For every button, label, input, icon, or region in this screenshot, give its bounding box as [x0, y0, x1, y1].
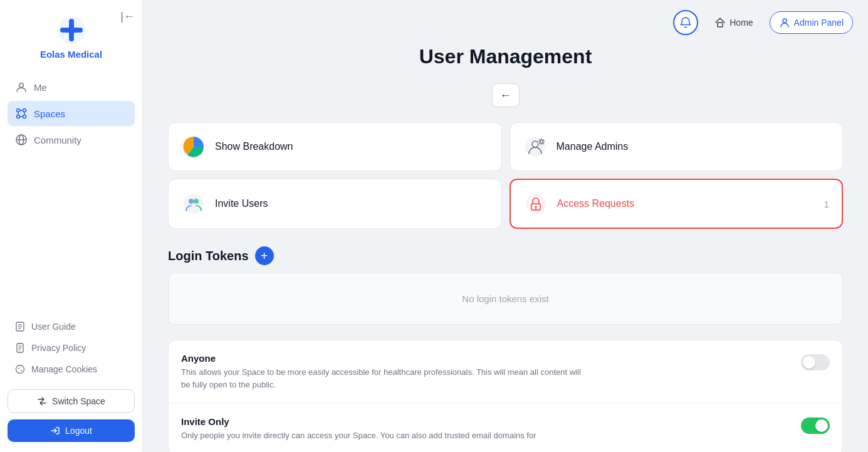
- home-label: Home: [729, 18, 753, 28]
- access-requests-label: Access Requests: [557, 198, 635, 209]
- cookie-icon: [15, 364, 25, 374]
- login-tokens-title: Login Tokens: [168, 249, 249, 263]
- show-breakdown-label: Show Breakdown: [215, 141, 293, 152]
- login-tokens-empty-state: No login tokens exist: [168, 273, 843, 325]
- user-guide-label: User Guide: [31, 322, 76, 332]
- manage-cookies-link[interactable]: Manage Cookies: [8, 359, 135, 379]
- show-breakdown-icon: [181, 134, 206, 159]
- settings-invite-only-text: Invite Only Only people you invite direc…: [181, 416, 536, 442]
- settings-anyone-item: Anyone This allows your Space to be more…: [169, 340, 842, 404]
- manage-admins-label: Manage Admins: [557, 141, 629, 152]
- sidebar-item-spaces-label: Spaces: [34, 108, 65, 119]
- settings-anyone-toggle[interactable]: [801, 354, 830, 371]
- book-icon: [15, 322, 25, 332]
- access-requests-icon: [523, 191, 548, 216]
- invite-users-label: Invite Users: [215, 198, 268, 209]
- svg-point-11: [23, 115, 26, 118]
- main-content: Home Admin Panel User Management ←: [143, 0, 868, 452]
- svg-point-27: [16, 365, 24, 374]
- spaces-icon: [15, 107, 28, 120]
- svg-point-9: [23, 109, 26, 112]
- admin-panel-button[interactable]: Admin Panel: [770, 11, 853, 34]
- svg-point-39: [184, 194, 204, 214]
- sidebar: |← Eolas Medical Me: [0, 0, 143, 452]
- invite-users-icon: [181, 191, 206, 216]
- svg-rect-32: [718, 23, 723, 27]
- logout-icon: [50, 426, 60, 436]
- bell-icon: [679, 16, 692, 29]
- svg-point-4: [69, 36, 74, 41]
- switch-space-label: Switch Space: [52, 396, 105, 406]
- manage-cookies-label: Manage Cookies: [31, 364, 97, 374]
- back-button[interactable]: ←: [492, 83, 520, 107]
- svg-point-7: [19, 83, 24, 88]
- svg-point-33: [783, 19, 787, 23]
- sidebar-item-me[interactable]: Me: [8, 75, 135, 100]
- sidebar-bottom: User Guide Privacy Policy Manage: [8, 317, 135, 442]
- manage-admins-icon: [523, 134, 548, 159]
- svg-point-8: [17, 109, 20, 112]
- privacy-policy-label: Privacy Policy: [31, 343, 86, 353]
- svg-point-6: [78, 28, 83, 33]
- sidebar-item-community-label: Community: [34, 135, 81, 145]
- bottom-links: User Guide Privacy Policy Manage: [8, 317, 135, 379]
- user-guide-link[interactable]: User Guide: [8, 317, 135, 337]
- invite-users-card[interactable]: Invite Users: [168, 179, 502, 229]
- svg-rect-2: [63, 28, 80, 33]
- user-icon: [15, 81, 28, 93]
- logout-button[interactable]: Logout: [8, 419, 135, 442]
- settings-invite-only-item: Invite Only Only people you invite direc…: [169, 404, 842, 452]
- settings-section: Anyone This allows your Space to be more…: [168, 340, 843, 452]
- settings-invite-only-toggle[interactable]: [801, 418, 830, 434]
- admin-icon: [779, 17, 790, 28]
- collapse-sidebar-button[interactable]: |←: [120, 10, 135, 23]
- home-icon: [714, 17, 726, 28]
- logout-label: Logout: [65, 426, 92, 436]
- action-cards-grid: Show Breakdown Manage Admins: [168, 122, 843, 229]
- brand-logo-icon: [56, 15, 86, 45]
- back-icon: ←: [500, 89, 511, 102]
- notifications-button[interactable]: [673, 10, 698, 35]
- switch-space-button[interactable]: Switch Space: [8, 389, 135, 413]
- settings-invite-only-description: Only people you invite directly can acce…: [181, 429, 536, 442]
- privacy-policy-link[interactable]: Privacy Policy: [8, 338, 135, 358]
- svg-point-29: [21, 370, 22, 371]
- settings-anyone-description: This allows your Space to be more easily…: [181, 366, 582, 391]
- svg-point-41: [194, 199, 199, 204]
- login-tokens-empty-message: No login tokens exist: [462, 293, 548, 304]
- switch-icon: [37, 396, 47, 406]
- add-login-token-button[interactable]: +: [255, 246, 274, 265]
- manage-admins-card[interactable]: Manage Admins: [510, 122, 844, 171]
- sidebar-nav: Me Spaces Community: [8, 75, 135, 317]
- show-breakdown-card[interactable]: Show Breakdown: [168, 122, 502, 171]
- topbar: Home Admin Panel: [143, 0, 868, 45]
- brand-name: Eolas Medical: [40, 49, 102, 60]
- sidebar-item-spaces[interactable]: Spaces: [8, 101, 135, 126]
- logo-area: Eolas Medical: [8, 15, 135, 60]
- add-icon: +: [261, 250, 268, 262]
- home-button[interactable]: Home: [706, 12, 761, 33]
- svg-point-10: [17, 115, 20, 118]
- sidebar-item-me-label: Me: [34, 82, 47, 93]
- svg-point-40: [189, 199, 194, 204]
- collapse-icon: |←: [120, 10, 135, 23]
- sidebar-item-community[interactable]: Community: [8, 127, 135, 152]
- access-requests-badge: 1: [824, 199, 829, 209]
- svg-point-3: [69, 19, 74, 24]
- svg-point-28: [18, 368, 19, 369]
- svg-point-5: [60, 28, 65, 33]
- svg-point-30: [20, 367, 21, 367]
- settings-invite-only-title: Invite Only: [181, 416, 536, 427]
- admin-panel-label: Admin Panel: [794, 18, 844, 28]
- page-title: User Management: [168, 45, 843, 68]
- settings-anyone-title: Anyone: [181, 353, 582, 364]
- page-content: User Management ← Show Breakdown: [143, 45, 868, 452]
- access-requests-card-left: Access Requests: [523, 191, 635, 216]
- login-tokens-section-header: Login Tokens +: [168, 246, 843, 265]
- access-requests-card[interactable]: Access Requests 1: [510, 179, 844, 229]
- document-icon: [15, 343, 25, 353]
- settings-anyone-text: Anyone This allows your Space to be more…: [181, 353, 582, 391]
- community-icon: [15, 134, 28, 146]
